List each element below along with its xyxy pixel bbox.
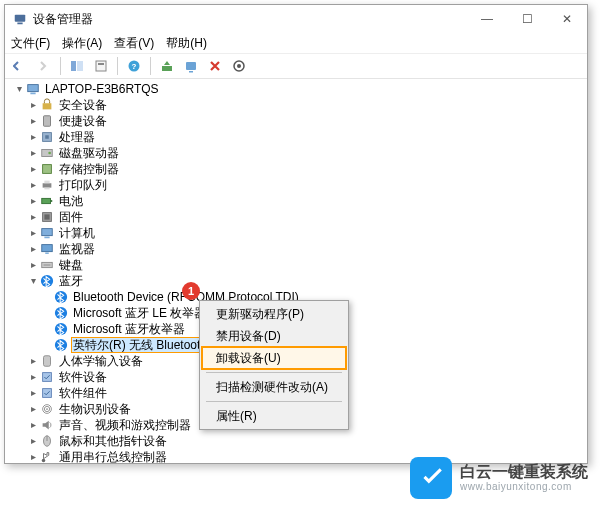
computer-icon <box>39 226 55 240</box>
category-label: 磁盘驱动器 <box>57 145 121 161</box>
menu-view[interactable]: 查看(V) <box>114 35 154 52</box>
svg-rect-25 <box>42 198 51 203</box>
ctx-separator <box>206 372 342 373</box>
expand-icon[interactable]: ▸ <box>27 353 39 369</box>
svg-rect-22 <box>43 183 52 187</box>
bluetooth-icon <box>53 338 69 352</box>
tree-category[interactable]: ▸键盘 <box>13 257 587 273</box>
toolbar-separator <box>60 57 61 75</box>
tree-category[interactable]: ▸存储控制器 <box>13 161 587 177</box>
ctx-disable-device[interactable]: 禁用设备(D) <box>202 325 346 347</box>
tree-category[interactable]: ▸计算机 <box>13 225 587 241</box>
expand-icon[interactable]: ▸ <box>27 385 39 401</box>
svg-rect-9 <box>186 62 196 70</box>
menu-help[interactable]: 帮助(H) <box>166 35 207 52</box>
help-button[interactable]: ? <box>123 55 145 77</box>
category-label: 计算机 <box>57 225 97 241</box>
expand-icon[interactable]: ▸ <box>27 449 39 463</box>
software-icon <box>39 386 55 400</box>
scan-hardware-button[interactable] <box>180 55 202 77</box>
bluetooth-icon <box>39 274 55 288</box>
tree-category[interactable]: ▸监视器 <box>13 241 587 257</box>
svg-rect-23 <box>44 181 49 184</box>
menu-file[interactable]: 文件(F) <box>11 35 50 52</box>
expand-icon[interactable]: ▸ <box>27 97 39 113</box>
expand-icon[interactable]: ▸ <box>27 161 39 177</box>
ctx-separator <box>206 401 342 402</box>
svg-rect-18 <box>45 135 49 139</box>
collapse-icon[interactable]: ▾ <box>27 273 39 289</box>
category-label: 通用串行总线控制器 <box>57 449 169 463</box>
minimize-button[interactable]: — <box>467 5 507 33</box>
bluetooth-icon <box>53 322 69 336</box>
category-label: 固件 <box>57 209 85 225</box>
tree-category[interactable]: ▸鼠标和其他指针设备 <box>13 433 587 449</box>
watermark-url: www.baiyunxitong.com <box>460 481 588 493</box>
show-hide-tree-button[interactable] <box>66 55 88 77</box>
tree-category[interactable]: ▸磁盘驱动器 <box>13 145 587 161</box>
category-label: 人体学输入设备 <box>57 353 145 369</box>
tree-category[interactable]: ▸固件 <box>13 209 587 225</box>
expand-icon[interactable]: ▸ <box>27 129 39 145</box>
expand-icon[interactable]: ▸ <box>27 433 39 449</box>
ctx-properties[interactable]: 属性(R) <box>202 405 346 427</box>
hid-icon <box>39 354 55 368</box>
expand-icon[interactable]: ▸ <box>27 225 39 241</box>
category-label: 安全设备 <box>57 97 109 113</box>
expand-icon[interactable]: ▸ <box>27 145 39 161</box>
expand-icon[interactable]: ▸ <box>27 209 39 225</box>
security-icon <box>39 98 55 112</box>
tree-category[interactable]: ▸电池 <box>13 193 587 209</box>
category-label: 存储控制器 <box>57 161 121 177</box>
category-label: 处理器 <box>57 129 97 145</box>
nav-forward-button[interactable] <box>33 55 55 77</box>
battery-icon <box>39 194 55 208</box>
maximize-button[interactable]: ☐ <box>507 5 547 33</box>
disable-button[interactable] <box>228 55 250 77</box>
menu-action[interactable]: 操作(A) <box>62 35 102 52</box>
ctx-update-driver[interactable]: 更新驱动程序(P) <box>202 303 346 325</box>
svg-rect-10 <box>189 71 193 73</box>
tree-category[interactable]: ▸便捷设备 <box>13 113 587 129</box>
expand-icon[interactable]: ▸ <box>27 417 39 433</box>
tree-category-bluetooth[interactable]: ▾ 蓝牙 <box>13 273 587 289</box>
update-driver-button[interactable] <box>156 55 178 77</box>
expand-icon[interactable]: ▸ <box>27 241 39 257</box>
ctx-scan-hardware[interactable]: 扫描检测硬件改动(A) <box>202 376 346 398</box>
svg-rect-5 <box>98 63 104 65</box>
tree-category[interactable]: ▸处理器 <box>13 129 587 145</box>
expand-icon[interactable]: ▸ <box>27 401 39 417</box>
expand-icon[interactable]: ▸ <box>27 257 39 273</box>
software-icon <box>39 370 55 384</box>
tree-category[interactable]: ▸安全设备 <box>13 97 587 113</box>
svg-rect-41 <box>43 373 52 382</box>
nav-back-button[interactable] <box>9 55 31 77</box>
properties-button[interactable] <box>90 55 112 77</box>
device-icon <box>39 114 55 128</box>
usb-icon <box>39 450 55 463</box>
tree-category[interactable]: ▸打印队列 <box>13 177 587 193</box>
expand-icon[interactable]: ▸ <box>27 177 39 193</box>
fingerprint-icon <box>39 402 55 416</box>
app-icon <box>13 12 27 26</box>
category-label: 蓝牙 <box>57 273 85 289</box>
svg-rect-31 <box>42 245 53 252</box>
expand-icon[interactable]: ▸ <box>27 193 39 209</box>
window-controls: — ☐ ✕ <box>467 5 587 33</box>
expand-icon[interactable]: ▸ <box>27 113 39 129</box>
uninstall-button[interactable] <box>204 55 226 77</box>
category-label: 软件组件 <box>57 385 109 401</box>
svg-rect-30 <box>44 237 49 239</box>
close-button[interactable]: ✕ <box>547 5 587 33</box>
svg-rect-3 <box>77 61 83 71</box>
ctx-uninstall-device[interactable]: 卸载设备(U) <box>202 347 346 369</box>
tree-root-node[interactable]: ▾ LAPTOP-E3B6RTQS <box>13 81 587 97</box>
category-label: 电池 <box>57 193 85 209</box>
storage-icon <box>39 162 55 176</box>
expand-icon[interactable]: ▸ <box>27 369 39 385</box>
category-label: 声音、视频和游戏控制器 <box>57 417 193 433</box>
computer-icon <box>25 82 41 96</box>
svg-rect-15 <box>43 103 52 109</box>
bluetooth-icon <box>53 306 69 320</box>
collapse-icon[interactable]: ▾ <box>13 81 25 97</box>
